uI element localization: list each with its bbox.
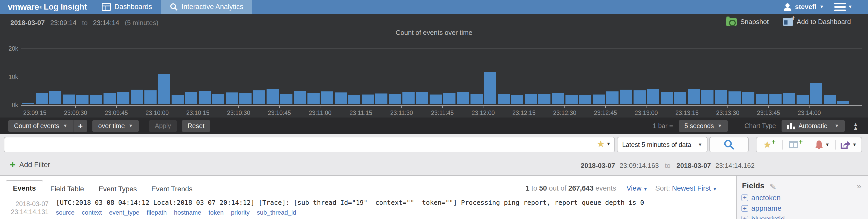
x-axis-tick-label: 23:12:30	[544, 110, 585, 116]
x-axis-tick-label: 23:11:00	[300, 110, 341, 116]
expand-plus-icon[interactable]: +	[741, 205, 748, 212]
chart-bar	[239, 93, 252, 104]
event-timestamp: 2018-03-0723:14:14.131	[8, 200, 49, 216]
add-filter-button[interactable]: + Add Filter	[10, 161, 50, 169]
event-field-links: sourcecontextevent_typefilepathhostnamet…	[56, 209, 736, 216]
event-field-link-context[interactable]: context	[82, 209, 102, 216]
bar-width-dropdown[interactable]: 5 seconds ▼	[679, 120, 728, 132]
event-field-link-source[interactable]: source	[56, 209, 74, 216]
count-from: 1	[526, 184, 529, 192]
expand-plus-icon[interactable]: +	[741, 194, 748, 201]
x-axis-tick-label: 23:10:15	[177, 110, 219, 116]
event-list: 2018-03-0723:14:14.131[UTC:2018-03-08 04…	[0, 197, 736, 219]
fields-list: +anctoken+appname+blueprintid	[741, 194, 785, 219]
chevron-down-icon: ▼	[718, 123, 722, 129]
chart-time-range: 2018-03-07 23:09:14 to 23:14:14 (5 minut…	[10, 19, 162, 27]
add-chart-to-dashboard-button[interactable]: +	[782, 140, 809, 149]
time-range-dropdown[interactable]: Latest 5 minutes of data ▼	[617, 137, 708, 152]
favorites-dropdown[interactable]: ★ ▼	[597, 140, 611, 148]
collapse-chart-button[interactable]: ▲▲	[853, 122, 858, 130]
expand-plus-icon[interactable]: +	[741, 216, 748, 219]
chart-type-dropdown[interactable]: Automatic ▼	[781, 120, 845, 132]
main-menu-button[interactable]: ▼	[834, 3, 852, 11]
x-axis-tick	[809, 106, 809, 108]
nav-tab-interactive-analytics[interactable]: Interactive Analytics	[161, 0, 252, 14]
x-axis-tick	[35, 106, 35, 108]
save-favorite-button[interactable]: ★ +	[756, 140, 782, 149]
add-to-dashboard-button[interactable]: Add to Dashboard	[783, 18, 851, 26]
event-row: 2018-03-0723:14:14.131[UTC:2018-03-08 04…	[0, 197, 736, 219]
chevron-down-icon: ▼	[819, 4, 824, 9]
tab-event-trends[interactable]: Event Trends	[144, 182, 200, 197]
create-alert-dropdown[interactable]: ▼	[809, 140, 835, 149]
field-item-anctoken[interactable]: +anctoken	[741, 194, 785, 202]
nav-tab-dashboards[interactable]: Dashboards	[93, 0, 161, 14]
event-field-link-token[interactable]: token	[209, 209, 224, 216]
collapse-sidebar-icon[interactable]: »	[857, 181, 861, 191]
chevron-down-icon: ▼	[128, 123, 133, 129]
x-axis-tick	[116, 106, 117, 108]
export-share-dropdown[interactable]: ▼	[835, 140, 862, 149]
chart-bar	[457, 92, 469, 104]
chart-bar	[579, 95, 591, 104]
x-axis-tick	[442, 106, 443, 108]
star-plus-icon: ★	[763, 141, 771, 148]
nav-tab-interactive-analytics-label: Interactive Analytics	[182, 3, 244, 11]
chart-bar	[633, 90, 646, 104]
aggregation-control: Count of events ▼ +	[8, 120, 87, 132]
event-field-link-hostname[interactable]: hostname	[174, 209, 201, 216]
event-field-link-sub_thread_id[interactable]: sub_thread_id	[257, 209, 296, 216]
tab-events[interactable]: Events	[6, 180, 43, 198]
chevron-down-icon: ▼	[848, 4, 852, 9]
double-chevron-up-icon: ▲▲	[853, 122, 858, 130]
chevron-down-icon: ▼	[852, 142, 857, 147]
edit-fields-icon[interactable]	[770, 182, 777, 189]
over-time-dropdown[interactable]: over time ▼	[92, 120, 139, 132]
chart-bar	[335, 93, 347, 104]
x-axis-tick	[238, 106, 239, 108]
snapshot-button[interactable]: Snapshot	[726, 18, 769, 26]
aggregation-function-dropdown[interactable]: Count of events ▼	[8, 120, 73, 132]
event-field-link-priority[interactable]: priority	[231, 209, 249, 216]
chart-bar	[824, 95, 836, 104]
share-icon	[840, 140, 851, 149]
username: stevefl	[795, 3, 816, 11]
x-axis-tick-label: 23:09:45	[96, 110, 137, 116]
tab-field-table[interactable]: Field Table	[43, 182, 91, 197]
y-axis-tick-label: 0k	[2, 102, 18, 109]
chart-bar	[715, 90, 727, 104]
chart-bar	[158, 74, 170, 104]
x-axis-tick	[157, 106, 157, 108]
chart-type-label: Chart Type	[744, 122, 776, 130]
apply-button[interactable]: Apply	[149, 120, 177, 132]
field-item-blueprintid[interactable]: +blueprintid	[741, 215, 785, 219]
reset-button[interactable]: Reset	[182, 120, 210, 132]
view-dropdown[interactable]: View ▼	[626, 184, 648, 192]
x-axis-tick-label: 23:10:00	[136, 110, 178, 116]
chart-title: Count of events over time	[0, 29, 868, 37]
chart-bar	[307, 93, 320, 104]
chevron-down-icon: ▼	[606, 141, 611, 147]
filter-row: + Add Filter 2018-03-07 23:09:14.163 to …	[0, 155, 868, 176]
event-field-link-filepath[interactable]: filepath	[147, 209, 167, 216]
chart-bar	[416, 92, 428, 104]
sort-control[interactable]: Sort: Newest First ▼	[655, 184, 717, 192]
event-field-link-event_type[interactable]: event_type	[109, 209, 139, 216]
field-item-appname[interactable]: +appname	[741, 204, 785, 213]
chart-range-to: to	[82, 19, 88, 27]
search-button[interactable]	[709, 137, 749, 152]
chart-bar	[552, 93, 564, 104]
chart-plot[interactable]: 0k10k20k23:09:1523:09:3023:09:4523:10:00…	[21, 48, 862, 105]
chart-bar	[22, 103, 34, 104]
range-start-time: 23:09:14.163	[620, 162, 659, 170]
x-axis-tick	[483, 106, 484, 108]
add-aggregation-button[interactable]: +	[73, 120, 88, 132]
x-axis-tick	[687, 106, 687, 108]
tab-event-types[interactable]: Event Types	[91, 182, 144, 197]
x-axis-tick	[605, 106, 606, 108]
chart-bar	[728, 92, 741, 104]
x-axis-tick	[279, 106, 280, 108]
search-input[interactable]	[4, 137, 615, 152]
chart-bar	[593, 95, 605, 104]
user-menu[interactable]: stevefl ▼	[783, 3, 824, 11]
